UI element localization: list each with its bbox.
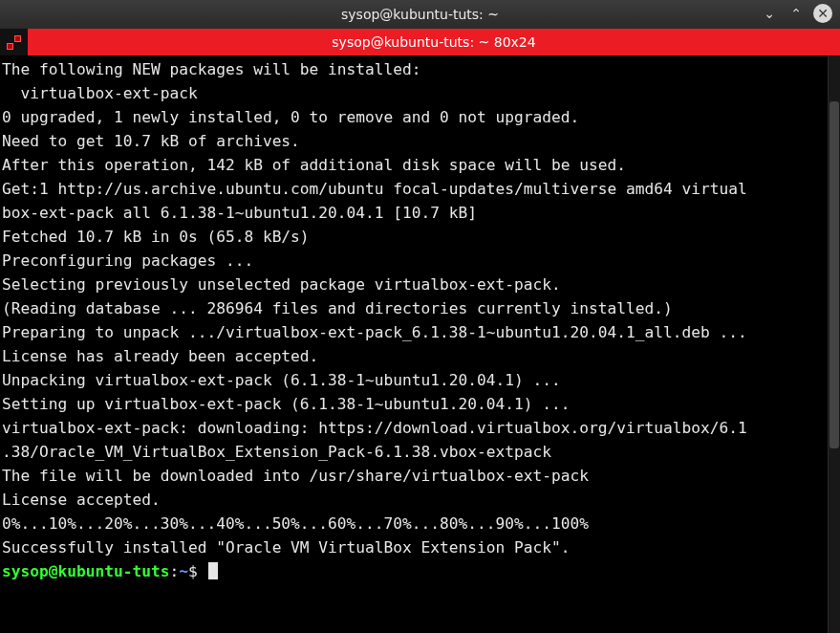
chevron-up-icon: ⌃	[790, 6, 802, 21]
app-menu-button[interactable]	[0, 29, 28, 55]
terminal-output: The following NEW packages will be insta…	[0, 55, 840, 585]
maximize-button[interactable]: ⌃	[786, 4, 806, 23]
prompt-symbol: $	[188, 562, 207, 580]
prompt-separator: :	[169, 562, 179, 580]
close-button[interactable]: ✕	[813, 4, 832, 23]
cursor	[208, 562, 218, 579]
terminal-window: sysop@kubuntu-tuts: ~ ⌄ ⌃ ✕ sysop@kubunt…	[0, 0, 840, 633]
tab-title[interactable]: sysop@kubuntu-tuts: ~ 80x24	[28, 34, 840, 50]
terminal-app-icon	[7, 35, 20, 49]
close-icon: ✕	[817, 6, 829, 21]
window-title: sysop@kubuntu-tuts: ~	[341, 7, 499, 22]
window-controls: ⌄ ⌃ ✕	[760, 4, 832, 23]
tab-bar: sysop@kubuntu-tuts: ~ 80x24	[0, 29, 840, 55]
terminal-viewport[interactable]: The following NEW packages will be insta…	[0, 55, 840, 633]
minimize-button[interactable]: ⌄	[760, 4, 779, 23]
scroll-thumb[interactable]	[829, 101, 839, 447]
window-titlebar[interactable]: sysop@kubuntu-tuts: ~ ⌄ ⌃ ✕	[0, 0, 840, 29]
prompt-path: ~	[179, 562, 188, 580]
chevron-down-icon: ⌄	[764, 6, 775, 21]
prompt-user-host: sysop@kubuntu-tuts	[2, 562, 169, 580]
scrollbar[interactable]	[828, 55, 840, 633]
